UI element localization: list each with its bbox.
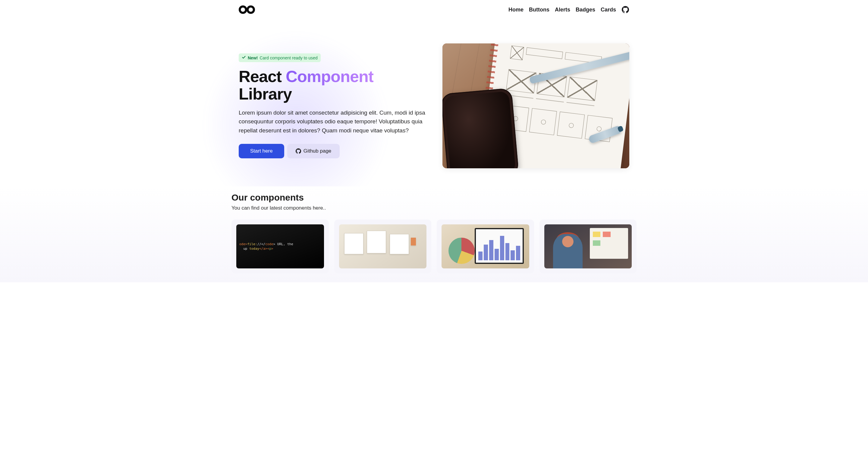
phone-illustration bbox=[442, 88, 519, 169]
card-thumbnail-desk bbox=[339, 224, 427, 268]
component-card[interactable] bbox=[334, 220, 432, 273]
badge-message: Card component ready to used bbox=[259, 56, 317, 60]
component-card[interactable]: ode>file://</code> URL, the up today</a>… bbox=[231, 220, 329, 273]
hero: New! Card component ready to used React … bbox=[239, 19, 629, 187]
start-here-button[interactable]: Start here bbox=[239, 144, 284, 158]
title-part-3: Library bbox=[239, 85, 292, 103]
badge-new-label: New! bbox=[248, 56, 258, 60]
title-part-2: Component bbox=[286, 67, 373, 85]
card-thumbnail-dashboard bbox=[441, 224, 529, 268]
component-cards: ode>file://</code> URL, the up today</a>… bbox=[231, 220, 637, 273]
title-part-1: React bbox=[239, 67, 281, 85]
logo-circle-icon bbox=[239, 5, 247, 14]
new-badge: New! Card component ready to used bbox=[239, 53, 321, 62]
nav-cards[interactable]: Cards bbox=[601, 7, 616, 13]
nav-home[interactable]: Home bbox=[508, 7, 524, 13]
component-card[interactable] bbox=[539, 220, 637, 273]
github-icon bbox=[622, 6, 629, 13]
nav-buttons[interactable]: Buttons bbox=[529, 7, 550, 13]
card-thumbnail-team bbox=[544, 224, 632, 268]
nav-badges[interactable]: Badges bbox=[576, 7, 595, 13]
hero-content: New! Card component ready to used React … bbox=[239, 53, 426, 158]
github-page-button[interactable]: Github page bbox=[287, 144, 340, 158]
nav-links: Home Buttons Alerts Badges Cards bbox=[508, 6, 629, 13]
github-icon bbox=[296, 148, 301, 154]
hero-actions: Start here Github page bbox=[239, 144, 426, 158]
section-subtitle: You can find our latest components here.… bbox=[231, 205, 637, 211]
github-link[interactable] bbox=[621, 6, 629, 13]
section-title: Our components bbox=[231, 192, 637, 203]
card-thumbnail-code: ode>file://</code> URL, the up today</a>… bbox=[236, 224, 324, 268]
hero-title: React Component Library bbox=[239, 67, 426, 103]
logo[interactable] bbox=[239, 5, 255, 14]
check-icon bbox=[242, 55, 246, 60]
nav-alerts[interactable]: Alerts bbox=[555, 7, 570, 13]
logo-circle-icon bbox=[247, 5, 255, 14]
github-page-label: Github page bbox=[304, 148, 332, 154]
component-card[interactable] bbox=[437, 220, 534, 273]
navbar: Home Buttons Alerts Badges Cards bbox=[239, 0, 629, 19]
hero-description: Lorem ipsum dolor sit amet consectetur a… bbox=[239, 108, 426, 135]
hero-image bbox=[442, 44, 629, 168]
components-section: Our components You can find our latest c… bbox=[231, 187, 637, 282]
